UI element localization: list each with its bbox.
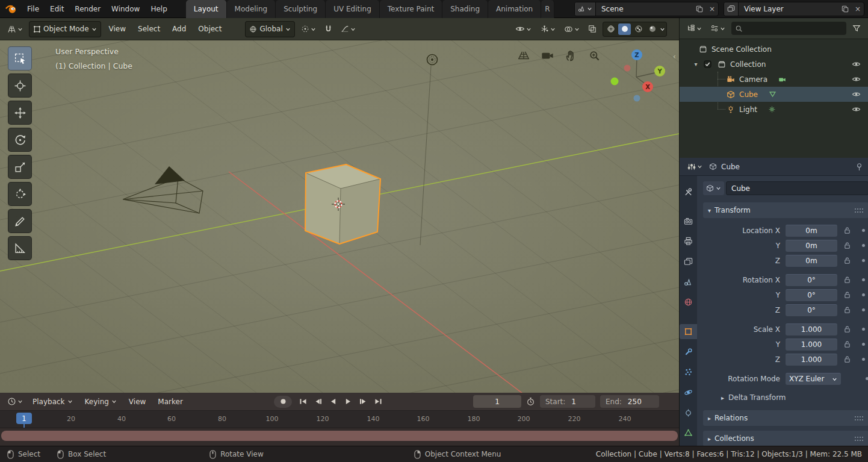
view-layer-name[interactable]: View Layer xyxy=(739,5,839,13)
scene-name[interactable]: Scene xyxy=(596,5,693,13)
mode-selector[interactable]: Object Mode xyxy=(29,21,101,37)
eye-icon[interactable] xyxy=(852,60,861,69)
zoom-view-button[interactable] xyxy=(587,48,601,63)
rotation-y-field[interactable]: 0° xyxy=(786,289,837,301)
view-layer-remove-button[interactable]: × xyxy=(852,2,864,16)
visibility-dropdown[interactable] xyxy=(513,24,534,34)
menu-timeline-view[interactable]: View xyxy=(124,398,150,406)
delta-transform-toggle[interactable]: ▸ Delta Transform xyxy=(703,390,868,405)
play-reverse-button[interactable] xyxy=(326,396,340,408)
gizmo-x-neg[interactable] xyxy=(624,65,631,72)
outliner-row-camera[interactable]: Camera xyxy=(680,72,868,87)
previous-keyframe-button[interactable] xyxy=(311,396,325,408)
outliner-display-mode-button[interactable] xyxy=(708,24,728,33)
panel-transform-header[interactable]: ▾ Transform xyxy=(703,202,868,218)
view-layer-browse-button[interactable] xyxy=(724,2,739,16)
workspace-tab-uv-editing[interactable]: UV Editing xyxy=(326,0,380,18)
menu-object[interactable]: Object xyxy=(194,25,226,33)
timeline-editor-type-button[interactable] xyxy=(5,397,25,406)
mesh-data-icon[interactable] xyxy=(769,90,777,98)
object-label[interactable]: Cube xyxy=(739,90,758,99)
scale-x-field[interactable]: 1.000 xyxy=(786,323,837,336)
timeline-scrollbar[interactable] xyxy=(1,431,678,441)
outliner-row-light[interactable]: Light xyxy=(680,102,868,117)
object-label[interactable]: Camera xyxy=(739,75,767,84)
location-y-field[interactable]: 0m xyxy=(786,240,837,252)
animate-dot[interactable] xyxy=(862,244,865,247)
tab-view-layer[interactable] xyxy=(680,254,697,269)
menu-marker[interactable]: Marker xyxy=(153,398,187,406)
shading-solid-button[interactable] xyxy=(618,23,631,35)
tab-constraints[interactable] xyxy=(680,405,697,420)
scale-z-field[interactable]: 1.000 xyxy=(786,354,837,366)
collection-label[interactable]: Collection xyxy=(730,60,766,69)
tab-object-data[interactable] xyxy=(680,425,697,440)
lock-icon[interactable] xyxy=(844,325,851,333)
animate-dot[interactable] xyxy=(862,259,865,262)
gizmos-dropdown[interactable] xyxy=(538,25,558,34)
animate-dot[interactable] xyxy=(862,343,865,346)
tab-render[interactable] xyxy=(680,214,697,229)
object-label[interactable]: Light xyxy=(739,105,757,114)
tab-output[interactable] xyxy=(680,234,697,249)
shading-material-button[interactable] xyxy=(632,23,645,35)
camera-data-icon[interactable] xyxy=(778,75,786,83)
lock-icon[interactable] xyxy=(844,242,851,249)
lock-icon[interactable] xyxy=(844,291,851,299)
properties-editor-type-button[interactable] xyxy=(685,163,705,171)
scene-browse-button[interactable] xyxy=(575,2,596,16)
outliner-filter-button[interactable] xyxy=(850,24,863,33)
shading-rendered-button[interactable] xyxy=(646,23,659,35)
viewport-scene[interactable]: Z Y X xyxy=(0,40,679,393)
collection-checkbox[interactable] xyxy=(704,60,711,68)
transform-orientation-selector[interactable]: Global xyxy=(245,21,294,37)
workspace-tab-shading[interactable]: Shading xyxy=(442,0,488,18)
drag-handle-icon[interactable] xyxy=(854,436,864,442)
workspace-tab-modeling[interactable]: Modeling xyxy=(227,0,276,18)
lock-icon[interactable] xyxy=(844,257,851,264)
timeline-ruler[interactable]: 20 40 60 80 100 120 140 160 180 200 220 … xyxy=(0,411,679,428)
menu-window[interactable]: Window xyxy=(106,5,145,13)
lock-icon[interactable] xyxy=(844,226,851,234)
camera-view-button[interactable] xyxy=(540,48,554,63)
tab-world[interactable] xyxy=(680,295,697,310)
location-z-field[interactable]: 0m xyxy=(786,255,837,267)
eye-icon[interactable] xyxy=(852,105,861,114)
tab-object[interactable] xyxy=(680,324,697,339)
snap-toggle[interactable] xyxy=(322,25,335,33)
rotation-x-field[interactable]: 0° xyxy=(786,274,837,286)
drag-handle-icon[interactable] xyxy=(854,208,864,213)
tool-scale[interactable] xyxy=(8,155,32,179)
tool-cursor[interactable] xyxy=(8,73,32,98)
animate-dot[interactable] xyxy=(862,278,865,281)
menu-add[interactable]: Add xyxy=(168,25,190,33)
auto-keying-toggle[interactable] xyxy=(274,396,292,408)
stopwatch-icon[interactable] xyxy=(526,397,535,406)
viewport-3d[interactable]: Z Y X User Perspective (1) Collection | … xyxy=(0,40,679,393)
menu-select[interactable]: Select xyxy=(134,25,164,33)
menu-edit[interactable]: Edit xyxy=(45,5,69,13)
menu-file[interactable]: File xyxy=(22,5,45,13)
shading-wireframe-button[interactable] xyxy=(604,23,617,35)
jump-to-end-button[interactable] xyxy=(371,396,385,408)
pin-icon[interactable] xyxy=(856,163,863,171)
disclosure-triangle[interactable]: ▾ xyxy=(692,61,700,67)
current-frame-field[interactable]: 1 xyxy=(473,395,521,408)
next-keyframe-button[interactable] xyxy=(356,396,370,408)
animate-dot[interactable] xyxy=(862,308,865,311)
end-frame-field[interactable]: End:250 xyxy=(600,395,659,408)
menu-render[interactable]: Render xyxy=(69,5,106,13)
tab-particles[interactable] xyxy=(680,364,697,379)
gizmo-y-neg[interactable] xyxy=(611,78,619,86)
id-type-dropdown[interactable] xyxy=(703,181,724,195)
overlays-dropdown[interactable] xyxy=(562,25,582,34)
tab-physics[interactable] xyxy=(680,385,697,400)
timeline-track-area[interactable] xyxy=(0,428,679,446)
jump-to-start-button[interactable] xyxy=(296,396,310,408)
editor-type-button[interactable] xyxy=(5,25,25,34)
lock-icon[interactable] xyxy=(844,355,851,363)
proportional-editing-dropdown[interactable] xyxy=(338,25,358,33)
outliner-row-cube[interactable]: Cube xyxy=(680,87,868,102)
workspace-tab-sculpting[interactable]: Sculpting xyxy=(276,0,326,18)
menu-keying[interactable]: Keying xyxy=(80,398,122,406)
